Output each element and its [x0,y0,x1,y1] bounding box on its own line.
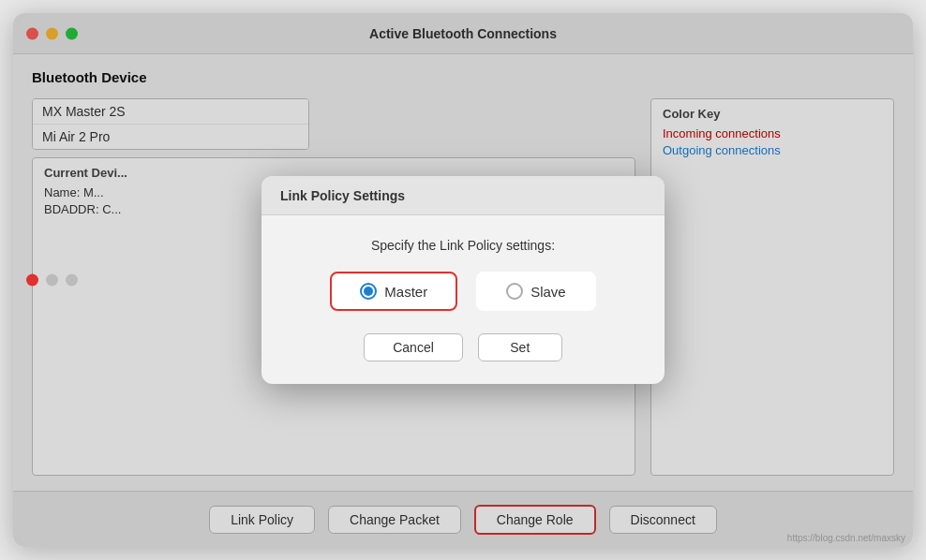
radio-master-label: Master [384,284,427,300]
main-window: Active Bluetooth Connections Bluetooth D… [13,13,913,547]
radio-slave[interactable]: Slave [476,272,596,311]
radio-slave-label: Slave [530,284,566,300]
cancel-button[interactable]: Cancel [364,333,463,361]
modal-overlay: Link Policy Settings Specify the Link Po… [13,13,913,547]
modal-dialog: Link Policy Settings Specify the Link Po… [261,176,665,384]
radio-master[interactable]: Master [330,272,457,311]
modal-title-bar: Link Policy Settings [261,176,665,215]
modal-title: Link Policy Settings [280,188,405,203]
radio-group: Master Slave [290,272,636,311]
modal-description: Specify the Link Policy settings: [290,238,636,253]
radio-slave-circle [506,283,523,300]
modal-buttons: Cancel Set [290,333,636,361]
modal-body: Specify the Link Policy settings: Master… [261,215,665,361]
set-button[interactable]: Set [478,333,562,361]
radio-master-circle [360,283,377,300]
